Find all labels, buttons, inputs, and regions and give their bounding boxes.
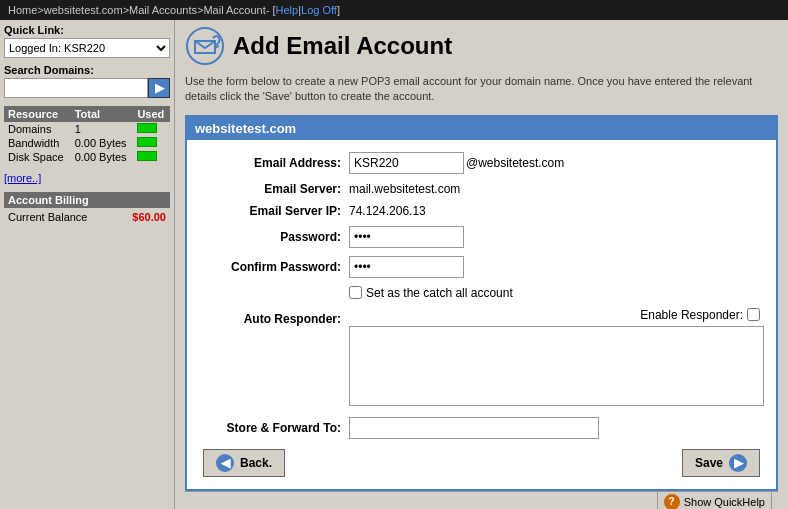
enable-responder-row: Enable Responder: xyxy=(349,308,764,322)
store-forward-label: Store & Forward To: xyxy=(199,421,349,435)
auto-responder-row: Auto Responder: Enable Responder: xyxy=(199,308,764,409)
catch-all-row: Set as the catch all account xyxy=(199,286,764,300)
top-nav-bar: Home > websitetest.com > Mail Accounts >… xyxy=(0,0,788,20)
total-bandwidth: 0.00 Bytes xyxy=(71,136,134,150)
back-label: Back. xyxy=(240,456,272,470)
col-total: Total xyxy=(71,106,134,122)
table-row: Domains 1 xyxy=(4,122,170,136)
email-server-value: mail.websitetest.com xyxy=(349,182,460,196)
used-disk xyxy=(133,150,170,164)
save-label: Save xyxy=(695,456,723,470)
table-row: Disk Space 0.00 Bytes xyxy=(4,150,170,164)
resource-table: Resource Total Used Domains 1 Bandwidth … xyxy=(4,106,170,164)
col-used: Used xyxy=(133,106,170,122)
used-bar-disk xyxy=(137,151,157,161)
show-quickhelp-button[interactable]: ? Show QuickHelp xyxy=(657,491,772,509)
resource-bandwidth: Bandwidth xyxy=(4,136,71,150)
nav-mail-accounts[interactable]: Mail Accounts xyxy=(129,4,197,16)
email-address-input[interactable] xyxy=(349,152,464,174)
email-address-label: Email Address: xyxy=(199,156,349,170)
confirm-password-label: Confirm Password: xyxy=(199,260,349,274)
email-server-ip-row: Email Server IP: 74.124.206.13 xyxy=(199,204,764,218)
col-resource: Resource xyxy=(4,106,71,122)
domain-header: websitetest.com xyxy=(187,117,776,140)
form-panel: websitetest.com Email Address: @websitet… xyxy=(185,115,778,491)
quickhelp-label: Show QuickHelp xyxy=(684,496,765,508)
button-row: ◀ Back. Save ▶ xyxy=(199,449,764,477)
nav-logoff-link[interactable]: Log Off xyxy=(301,4,337,16)
password-label: Password: xyxy=(199,230,349,244)
at-domain: @websitetest.com xyxy=(466,156,564,170)
save-button[interactable]: Save ▶ xyxy=(682,449,760,477)
used-domains xyxy=(133,122,170,136)
nav-close: ] xyxy=(337,4,340,16)
logged-in-dropdown[interactable]: Logged In: KSR220 xyxy=(4,38,170,58)
table-row: Bandwidth 0.00 Bytes xyxy=(4,136,170,150)
save-arrow-icon: ▶ xyxy=(729,454,747,472)
confirm-password-row: Confirm Password: xyxy=(199,256,764,278)
auto-responder-textarea[interactable] xyxy=(349,326,764,406)
account-billing-header: Account Billing xyxy=(4,192,170,208)
nav-site[interactable]: websitetest.com xyxy=(44,4,123,16)
resource-disk: Disk Space xyxy=(4,150,71,164)
confirm-password-input[interactable] xyxy=(349,256,464,278)
auto-responder-right: Enable Responder: xyxy=(349,308,764,409)
more-link[interactable]: [more..] xyxy=(4,172,170,184)
password-input[interactable] xyxy=(349,226,464,248)
used-bar-bandwidth xyxy=(137,137,157,147)
resource-domains: Domains xyxy=(4,122,71,136)
quick-link-label: Quick Link: xyxy=(4,24,170,36)
search-domains-label: Search Domains: xyxy=(4,64,170,76)
nav-home[interactable]: Home xyxy=(8,4,37,16)
page-title-row: Add Email Account xyxy=(185,26,778,66)
quickhelp-bar: ? Show QuickHelp xyxy=(185,491,778,509)
email-server-ip-value: 74.124.206.13 xyxy=(349,204,426,218)
used-bar-domains xyxy=(137,123,157,133)
page-title-icon xyxy=(185,26,225,66)
total-domains: 1 xyxy=(71,122,134,136)
password-row: Password: xyxy=(199,226,764,248)
used-bandwidth xyxy=(133,136,170,150)
email-server-row: Email Server: mail.websitetest.com xyxy=(199,182,764,196)
email-server-label: Email Server: xyxy=(199,182,349,196)
search-input[interactable] xyxy=(4,78,148,98)
quickhelp-icon: ? xyxy=(664,494,680,509)
page-title: Add Email Account xyxy=(233,32,452,60)
email-server-ip-label: Email Server IP: xyxy=(199,204,349,218)
nav-sep4: - [ xyxy=(266,4,276,16)
total-disk: 0.00 Bytes xyxy=(71,150,134,164)
page-description: Use the form below to create a new POP3 … xyxy=(185,74,778,105)
search-button[interactable]: ▶ xyxy=(148,78,170,98)
enable-responder-checkbox[interactable] xyxy=(747,308,760,321)
nav-mail-account[interactable]: Mail Account xyxy=(203,4,265,16)
billing-row: Current Balance $60.00 xyxy=(4,210,170,224)
email-address-row: Email Address: @websitetest.com xyxy=(199,152,764,174)
balance-label: Current Balance xyxy=(8,211,88,223)
catch-all-label: Set as the catch all account xyxy=(366,286,513,300)
store-forward-row: Store & Forward To: xyxy=(199,417,764,439)
store-forward-input[interactable] xyxy=(349,417,599,439)
catch-all-checkbox[interactable] xyxy=(349,286,362,299)
back-arrow-icon: ◀ xyxy=(216,454,234,472)
nav-help-link[interactable]: Help xyxy=(276,4,299,16)
enable-responder-label: Enable Responder: xyxy=(640,308,743,322)
auto-responder-label: Auto Responder: xyxy=(199,308,349,326)
content-area: Add Email Account Use the form below to … xyxy=(175,20,788,509)
balance-value: $60.00 xyxy=(132,211,166,223)
sidebar: Quick Link: Logged In: KSR220 Search Dom… xyxy=(0,20,175,509)
back-button[interactable]: ◀ Back. xyxy=(203,449,285,477)
